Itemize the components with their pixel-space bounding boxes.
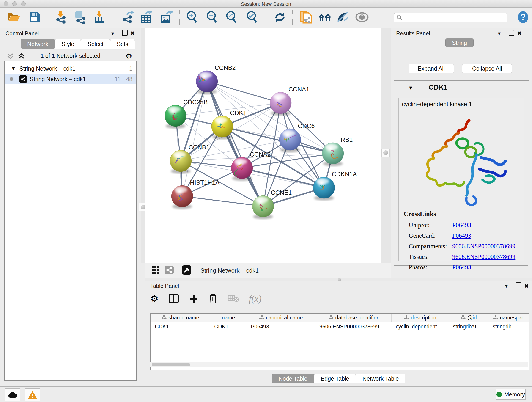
crosslink-label: Compartments: [409,243,452,250]
left-splitter[interactable] [141,27,145,263]
horizontal-splitter-handle[interactable] [338,278,341,281]
add-column-icon[interactable] [189,294,198,303]
crosslink-row: Uniprot:P06493 [409,220,519,230]
control-panel-close-icon[interactable]: ✖ [130,30,135,37]
table-horizontal-scrollbar[interactable] [150,362,528,367]
tab-style[interactable]: Style [55,39,81,49]
zoom-out-icon[interactable] [206,11,218,25]
tab-node-table[interactable]: Node Table [272,374,314,383]
results-panel-float-icon[interactable]: ▾ [498,30,500,37]
collapse-all-networks-icon[interactable] [18,53,25,59]
network-node-RB1[interactable]: RB1 [322,136,353,166]
crosslink-link[interactable]: P06493 [452,264,471,271]
crosslink-link[interactable]: P06493 [452,232,471,239]
column-header-name[interactable]: name [210,313,247,322]
delete-column-icon[interactable] [209,293,218,304]
tab-network-table[interactable]: Network Table [356,374,405,383]
string-network-icon [19,75,27,83]
tab-select[interactable]: Select [81,39,110,49]
network-collection-row[interactable]: ▼ String Network – cdk1 1 [5,63,136,74]
tab-network[interactable]: Network [21,39,55,49]
column-header-description[interactable]: description [392,313,449,322]
column-header-namespac[interactable]: namespac [488,313,529,322]
import-network-file-icon[interactable] [54,11,67,25]
column-header-@id[interactable]: @id [449,313,489,322]
column-header-database-identifier[interactable]: database identifier [315,313,392,322]
protein-collapse-icon[interactable]: ▼ [408,85,413,91]
import-network-database-icon[interactable] [73,11,87,25]
network-edge[interactable] [207,81,281,103]
table-scrollbar-thumb[interactable] [152,363,190,366]
network-edge[interactable] [207,81,263,206]
show-columns-icon[interactable] [169,294,179,304]
export-table-icon[interactable] [140,11,153,25]
network-node-HIST1H1A[interactable]: HIST1H1A [171,179,220,209]
table-panel-float-icon[interactable]: ▾ [505,283,508,289]
network-node-CDKN1A[interactable]: CDKN1A [313,171,357,201]
crosslink-link[interactable]: 9606.ENSP00000378699 [452,253,515,260]
right-splitter[interactable] [381,27,392,263]
function-builder-icon[interactable]: f(x) [249,293,262,304]
zoom-in-icon[interactable] [186,11,198,25]
crosslinks-title: CrossLinks [404,210,436,218]
node-label: CCNE1 [271,189,292,196]
column-header-shared-name[interactable]: shared name [151,313,210,322]
toolbar-separator [114,10,114,25]
crosslink-label: Pharos: [409,264,452,271]
node-label: CDC25B [183,99,208,106]
column-header-canonical-name[interactable]: canonical name [247,313,315,322]
crosslink-link[interactable]: P06493 [452,222,471,229]
string-view-icon[interactable] [165,266,174,275]
node-label: RB1 [341,136,353,143]
string-species-icon[interactable] [318,12,332,24]
network-edge[interactable] [222,127,333,153]
network-row[interactable]: String Network – cdk1 11 48 [5,74,136,84]
expand-all-networks-icon[interactable] [7,53,14,59]
crosslink-row: Compartments:9606.ENSP00000378699 [409,241,519,251]
right-splitter-handle[interactable] [381,148,390,157]
node-table[interactable]: shared namenamecanonical namedatabase id… [150,313,529,370]
table-panel-undock-icon[interactable] [516,282,521,288]
control-panel-undock-icon[interactable] [122,30,128,36]
table-row[interactable]: CDK1CDK1P064939606.ENSP00000378699cyclin… [151,322,529,331]
collapse-all-button[interactable]: Collapse All [462,64,512,73]
zoom-fit-icon[interactable] [225,11,238,25]
refresh-icon[interactable] [274,11,286,24]
results-panel-undock-icon[interactable] [509,30,514,36]
tab-string[interactable]: String [445,38,474,47]
tab-edge-table[interactable]: Edge Table [314,374,356,383]
network-options-gear-icon[interactable]: ⚙ [126,52,132,61]
results-panel-close-icon[interactable]: ✖ [517,30,522,37]
zoom-selected-icon[interactable] [246,11,258,25]
delete-table-icon[interactable] [228,294,239,303]
glass-ball-effect-icon[interactable] [336,11,349,24]
save-session-icon[interactable] [29,12,41,24]
expand-all-button[interactable]: Expand All [409,64,454,73]
collection-expand-icon[interactable]: ▼ [11,66,16,71]
crosslink-link[interactable]: 9606.ENSP00000378699 [452,243,515,250]
tab-sets[interactable]: Sets [110,39,135,49]
network-edge[interactable] [182,196,263,206]
network-canvas[interactable]: CCNB2CCNA1CDC25BCDK1CDC6RB1CCNB1CCNA2CDK… [145,27,381,263]
import-table-file-icon[interactable] [94,11,105,25]
memory-button[interactable]: Memory [496,389,526,400]
grid-view-icon[interactable] [152,266,159,275]
help-icon[interactable]: ? [518,11,529,25]
structure-images-icon[interactable] [355,12,369,23]
table-options-gear-icon[interactable]: ⚙ [150,293,158,304]
control-panel-float-icon[interactable]: ▾ [111,30,114,37]
export-network-icon[interactable] [121,11,134,25]
cloud-button[interactable] [5,389,20,401]
string-import-icon[interactable] [300,10,312,25]
toolbar-separator [292,10,293,25]
network-node-CCNE1[interactable]: CCNE1 [252,189,292,219]
search-field[interactable] [405,14,502,21]
open-session-icon[interactable] [7,12,21,24]
warning-button[interactable] [25,389,40,401]
export-image-icon[interactable] [160,11,173,25]
search-input[interactable] [394,13,507,22]
birds-eye-toggle-icon[interactable] [182,265,191,275]
table-panel-close-icon[interactable]: ✖ [524,283,529,289]
network-node-CDK1[interactable]: CDK1 [211,109,247,139]
horizontal-splitter[interactable] [145,278,532,281]
